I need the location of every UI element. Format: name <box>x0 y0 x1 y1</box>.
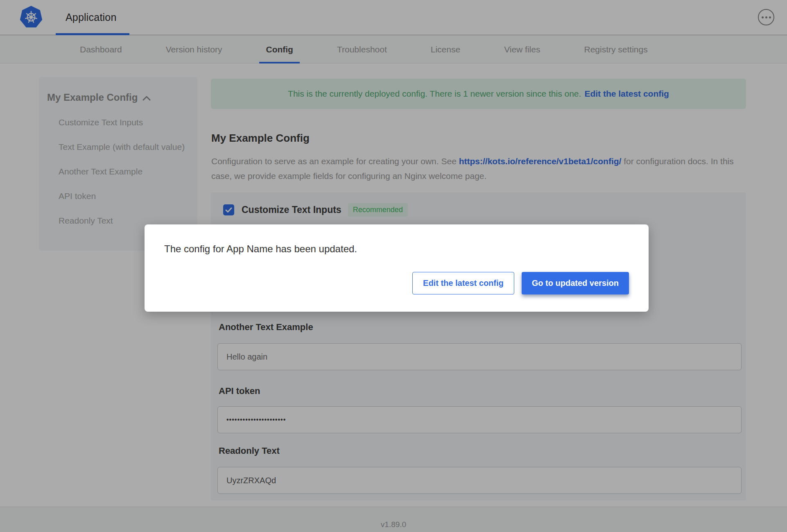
modal-actions: Edit the latest config Go to updated ver… <box>412 272 629 294</box>
go-to-updated-version-button[interactable]: Go to updated version <box>522 272 629 294</box>
edit-latest-config-button[interactable]: Edit the latest config <box>412 272 514 294</box>
config-updated-modal: The config for App Name has been updated… <box>145 224 649 312</box>
modal-message: The config for App Name has been updated… <box>164 243 357 255</box>
